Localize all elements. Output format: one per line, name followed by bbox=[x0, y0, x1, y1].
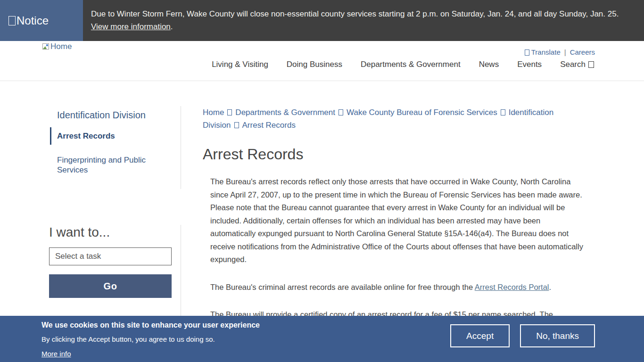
accept-button[interactable]: Accept bbox=[450, 324, 510, 347]
page-body: The Bureau's arrest records reflect only… bbox=[210, 175, 584, 321]
no-thanks-button[interactable]: No, thanks bbox=[520, 324, 595, 347]
nav-events[interactable]: Events bbox=[517, 60, 542, 69]
home-logo-alt-text: Home bbox=[50, 42, 72, 51]
cookie-subtitle: By clicking the Accept button, you agree… bbox=[41, 335, 260, 343]
translate-label: Translate bbox=[531, 48, 561, 56]
nav-news[interactable]: News bbox=[479, 60, 499, 69]
translate-link[interactable]: Translate bbox=[525, 48, 561, 56]
breadcrumb-departments-government[interactable]: Departments & Government bbox=[235, 108, 335, 117]
notice-bar: Notice Due to Winter Storm Fern, Wake Co… bbox=[0, 0, 644, 41]
notice-message: Due to Winter Storm Fern, Wake County wi… bbox=[83, 0, 639, 41]
nav-doing-business[interactable]: Doing Business bbox=[287, 60, 342, 69]
i-want-to-title: I want to... bbox=[49, 225, 181, 240]
breadcrumb-home[interactable]: Home bbox=[203, 108, 224, 117]
nav-departments-government[interactable]: Departments & Government bbox=[361, 60, 461, 69]
breadcrumb-separator-icon bbox=[234, 122, 239, 128]
site-header: Home Translate | Careers Living & Visiti… bbox=[0, 41, 644, 81]
notice-label-text: Notice bbox=[17, 14, 49, 27]
translate-icon bbox=[525, 49, 529, 56]
main-nav: Living & Visiting Doing Business Departm… bbox=[212, 60, 594, 69]
sidebar-section-title: Identification Division bbox=[49, 106, 181, 127]
utility-nav: Translate | Careers bbox=[525, 48, 595, 56]
breadcrumb-separator-icon bbox=[339, 109, 343, 115]
i-want-to-widget: I want to... Select a task Go bbox=[49, 225, 181, 322]
cookie-actions: Accept No, thanks bbox=[450, 324, 595, 347]
more-info-link[interactable]: More info bbox=[41, 350, 71, 358]
notice-message-period: . bbox=[171, 22, 173, 31]
home-logo-link[interactable]: Home bbox=[42, 42, 72, 51]
breadcrumb-separator-icon bbox=[501, 109, 505, 115]
nav-living-visiting[interactable]: Living & Visiting bbox=[212, 60, 268, 69]
sidebar-item-arrest-records[interactable]: Arrest Records bbox=[50, 127, 181, 145]
page-title: Arrest Records bbox=[203, 146, 584, 163]
cookie-banner: We use cookies on this site to enhance y… bbox=[0, 316, 644, 362]
careers-link[interactable]: Careers bbox=[570, 48, 595, 56]
breadcrumb: HomeDepartments & GovernmentWake County … bbox=[203, 106, 584, 132]
breadcrumb-arrest-records[interactable]: Arrest Records bbox=[242, 121, 296, 130]
breadcrumb-forensic-services[interactable]: Wake County Bureau of Forensic Services bbox=[347, 108, 497, 117]
paragraph-portal-text: The Bureau's criminal arrest records are… bbox=[210, 283, 475, 291]
nav-search[interactable]: Search bbox=[560, 60, 594, 69]
search-label: Search bbox=[560, 60, 586, 69]
broken-image-icon bbox=[42, 43, 50, 50]
notice-icon bbox=[8, 16, 16, 25]
cookie-title: We use cookies on this site to enhance y… bbox=[41, 321, 260, 329]
main-column: HomeDepartments & GovernmentWake County … bbox=[203, 106, 584, 336]
sidebar-item-fingerprinting[interactable]: Fingerprinting and Public Services bbox=[49, 151, 181, 179]
arrest-records-portal-link[interactable]: Arrest Records Portal bbox=[475, 283, 549, 291]
notice-message-text: Due to Winter Storm Fern, Wake County wi… bbox=[91, 9, 619, 18]
view-more-information-link[interactable]: View more information bbox=[91, 22, 171, 31]
search-icon bbox=[588, 61, 594, 68]
cookie-text-block: We use cookies on this site to enhance y… bbox=[41, 321, 260, 358]
sidebar-section-menu: Identification Division Arrest Records F… bbox=[49, 106, 181, 189]
breadcrumb-separator-icon bbox=[227, 109, 232, 115]
paragraph-portal: The Bureau's criminal arrest records are… bbox=[210, 281, 584, 294]
sidebar: Identification Division Arrest Records F… bbox=[49, 106, 181, 322]
utility-separator: | bbox=[564, 48, 566, 56]
go-button[interactable]: Go bbox=[49, 274, 172, 298]
notice-label: Notice bbox=[0, 0, 83, 41]
paragraph-arrest-records-overview: The Bureau's arrest records reflect only… bbox=[210, 175, 584, 266]
task-select-dropdown[interactable]: Select a task bbox=[49, 247, 172, 265]
paragraph-portal-period: . bbox=[549, 283, 552, 291]
